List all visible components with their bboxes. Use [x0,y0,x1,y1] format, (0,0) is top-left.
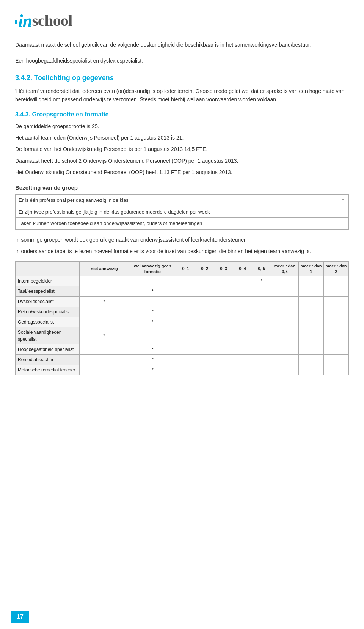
formatie-row-label: Sociale vaardigheden specialist [16,327,80,344]
formatie-row-label: Motorische remedial teacher [16,365,80,375]
formatie-cell-r7-c5 [233,354,252,365]
formatie-cell-r8-c3 [195,365,214,375]
formatie-table: niet aanwezigwel aanwezig geen formatie0… [15,261,349,375]
formatie-cell-r5-c9 [323,327,348,344]
formatie-cell-r7-c4 [214,354,233,365]
formatie-cell-r7-c1: * [129,354,176,365]
formatie-cell-r0-c6: * [252,276,271,286]
formatie-row: Intern begeleider* [16,276,349,286]
formatie-cell-r5-c8 [298,327,323,344]
formatie-cell-r8-c8 [298,365,323,375]
formatie-cell-r3-c8 [298,307,323,317]
formatie-cell-r4-c5 [233,317,252,327]
formatie-cell-r0-c2 [176,276,195,286]
formatie-row-label: Reken/wiskundespecialist [16,307,80,317]
formatie-cell-r8-c5 [233,365,252,375]
formatie-cell-r1-c4 [214,286,233,296]
logo-school: school [32,9,72,33]
formatie-cell-r6-c8 [298,344,323,354]
formatie-col-header-2: 0, 1 [176,262,195,276]
formatie-cell-r2-c9 [323,296,348,307]
section-343-title: 3.4.3. Groepsgrootte en formatie [15,110,349,119]
bezetting-row-text: Er is één professional per dag aanwezig … [16,195,337,206]
bezetting-row-text: Er zijn twee professionals gelijktijdig … [16,206,337,218]
bezetting-title: Bezetting van de groep [15,184,349,192]
formatie-cell-r2-c8 [298,296,323,307]
formatie-cell-r8-c0 [80,365,129,375]
formatie-row-label: Remedial teacher [16,354,80,365]
formatie-row-label: Dyslexiespecialist [16,296,80,307]
formatie-cell-r1-c0 [80,286,129,296]
formatie-row-label: Intern begeleider [16,276,80,286]
formatie-row: Hoogbegaafdheid specialist* [16,344,349,354]
formatie-cell-r0-c5 [233,276,252,286]
formatie-cell-r2-c1 [129,296,176,307]
formatie-cell-r7-c3 [195,354,214,365]
formatie-cell-r1-c5 [233,286,252,296]
formatie-cell-r3-c1: * [129,307,176,317]
section-343-text2: Het aantal teamleden (Onderwijs Personee… [15,134,349,142]
formatie-col-header-1: wel aanwezig geen formatie [129,262,176,276]
logo-bar-icon [15,20,17,24]
section-342-text: 'Hét team' veronderstelt dat iedereen ev… [15,87,349,104]
formatie-col-label [16,262,80,276]
formatie-cell-r5-c1 [129,327,176,344]
formatie-cell-r6-c5 [233,344,252,354]
formatie-cell-r4-c2 [176,317,195,327]
formatie-cell-r1-c2 [176,286,195,296]
formatie-cell-r3-c2 [176,307,195,317]
formatie-cell-r5-c6 [252,327,271,344]
formatie-cell-r0-c4 [214,276,233,286]
formatie-cell-r4-c0 [80,317,129,327]
formatie-row: Gedragsspecialist* [16,317,349,327]
formatie-cell-r8-c2 [176,365,195,375]
formatie-cell-r2-c3 [195,296,214,307]
formatie-cell-r7-c9 [323,354,348,365]
formatie-cell-r0-c9 [323,276,348,286]
formatie-row-label: Taal/leesspecialist [16,286,80,296]
formatie-cell-r1-c1: * [129,286,176,296]
formatie-row: Dyslexiespecialist* [16,296,349,307]
formatie-cell-r3-c5 [233,307,252,317]
formatie-col-header-4: 0, 3 [214,262,233,276]
formatie-cell-r4-c9 [323,317,348,327]
bezetting-row-star [337,206,349,218]
extra-text2: In onderstaande tabel is te lezen hoevee… [15,247,349,255]
bezetting-row-star [337,218,349,230]
intro-paragraph1: Daarnaast maakt de school gebruik van de… [15,41,349,49]
extra-text1: In sommige groepen wordt ook gebruik gem… [15,236,349,244]
formatie-cell-r6-c9 [323,344,348,354]
formatie-cell-r5-c5 [233,327,252,344]
formatie-cell-r0-c3 [195,276,214,286]
formatie-cell-r6-c4 [214,344,233,354]
formatie-cell-r5-c0: * [80,327,129,344]
formatie-cell-r3-c4 [214,307,233,317]
formatie-cell-r6-c1: * [129,344,176,354]
formatie-cell-r8-c9 [323,365,348,375]
formatie-cell-r5-c4 [214,327,233,344]
formatie-row: Remedial teacher* [16,354,349,365]
formatie-col-header-0: niet aanwezig [80,262,129,276]
bezetting-row-star: * [337,195,349,206]
formatie-cell-r5-c3 [195,327,214,344]
formatie-cell-r6-c2 [176,344,195,354]
formatie-cell-r7-c8 [298,354,323,365]
formatie-col-header-9: meer r dan 2 [323,262,348,276]
bezetting-table: Er is één professional per dag aanwezig … [15,194,349,230]
formatie-cell-r1-c3 [195,286,214,296]
formatie-cell-r2-c4 [214,296,233,307]
formatie-cell-r8-c1: * [129,365,176,375]
formatie-cell-r3-c3 [195,307,214,317]
formatie-row: Motorische remedial teacher* [16,365,349,375]
section-343-text4: Daarnaast heeft de school 2 Onderwijs On… [15,157,349,165]
formatie-col-header-3: 0, 2 [195,262,214,276]
formatie-row-label: Hoogbegaafdheid specialist [16,344,80,354]
formatie-col-header-6: 0, 5 [252,262,271,276]
section-343-text5: Het Onderwijskundig Ondersteunend Person… [15,168,349,176]
formatie-cell-r2-c2 [176,296,195,307]
formatie-cell-r4-c1: * [129,317,176,327]
formatie-cell-r0-c1 [129,276,176,286]
formatie-cell-r8-c4 [214,365,233,375]
formatie-cell-r6-c6 [252,344,271,354]
formatie-cell-r7-c2 [176,354,195,365]
